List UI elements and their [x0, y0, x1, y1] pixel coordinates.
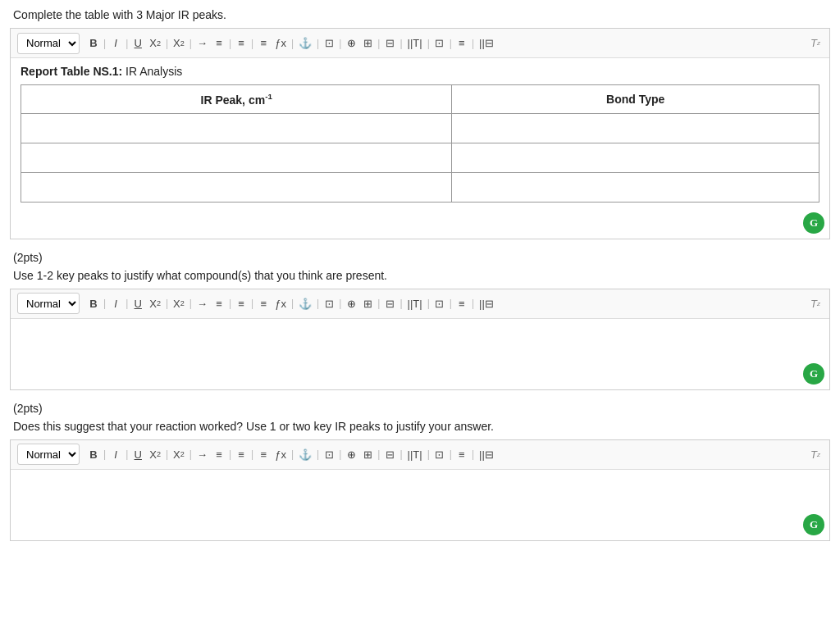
align-btn-1[interactable]: ≡: [256, 35, 271, 51]
link-btn-2[interactable]: ⊕: [344, 296, 358, 312]
table-format-2[interactable]: ⊟: [382, 296, 397, 312]
toolbar-2: Normal B | I | U X2 | X2 | → ≡ | ≡ |: [11, 289, 829, 319]
sep-1c: |: [166, 38, 168, 49]
sep-1j: |: [377, 38, 380, 49]
table-format-3[interactable]: ⊟: [382, 447, 397, 462]
italic-btn-3[interactable]: I: [108, 447, 123, 462]
fx-btn-3[interactable]: ƒx: [272, 447, 289, 462]
italic-btn-1[interactable]: I: [108, 35, 123, 51]
list-btn-3a[interactable]: ≡: [212, 447, 226, 462]
subscript-btn-1[interactable]: X2: [147, 35, 163, 51]
sep-1b: |: [126, 38, 128, 49]
style-select-2[interactable]: Normal: [17, 293, 80, 314]
grammarly-btn-2[interactable]: G: [803, 363, 824, 385]
table-format-1[interactable]: ⊟: [382, 35, 397, 51]
table-cell-ir-3[interactable]: [21, 172, 452, 202]
link-btn-1[interactable]: ⊕: [344, 35, 358, 51]
col-header-2: Bond Type: [452, 85, 819, 114]
underline-btn-2[interactable]: U: [130, 296, 145, 312]
sep-1h: |: [317, 38, 319, 49]
bold-btn-1[interactable]: B: [86, 35, 101, 51]
cols-btn-1[interactable]: ||T|: [405, 35, 425, 51]
image-btn-3[interactable]: ⊡: [322, 447, 336, 462]
pts-2: (2pts): [13, 402, 827, 415]
grammarly-area-1: G: [11, 209, 829, 239]
list-btn-1a[interactable]: ≡: [212, 35, 226, 51]
table-btn-1[interactable]: ⊞: [360, 35, 375, 51]
table-btn-2[interactable]: ⊞: [360, 296, 375, 312]
sep-1k: |: [399, 38, 402, 49]
toolbar-group-table-1: ⊞ | ⊟ | ||T| | ⊡ | ≡ | ||⊟: [360, 35, 495, 51]
grammarly-btn-3[interactable]: G: [803, 514, 824, 535]
italic-btn-2[interactable]: I: [108, 296, 123, 312]
table-cell-ir-1[interactable]: [21, 113, 452, 143]
align-btn-2[interactable]: ≡: [256, 296, 271, 312]
table-misc-1[interactable]: ||⊟: [477, 35, 496, 51]
question-2: Use 1-2 key peaks to justify what compou…: [10, 269, 830, 282]
toolbar-group-insert-3: ƒx | ⚓ | ⊡ | ⊕: [272, 447, 358, 462]
align-btn-3[interactable]: ≡: [256, 447, 271, 462]
table-row: [21, 113, 819, 143]
cols-btn-2[interactable]: ||T|: [405, 296, 425, 312]
bold-btn-3[interactable]: B: [86, 447, 101, 462]
table-misc-2[interactable]: ||⊟: [477, 296, 496, 312]
anchor-btn-3[interactable]: ⚓: [296, 447, 314, 462]
image-btn-1[interactable]: ⊡: [322, 35, 336, 51]
table-btn-3[interactable]: ⊞: [360, 447, 375, 462]
toolbar-group-script-3: X2 | X2 | →: [147, 447, 210, 462]
arrow-btn-2[interactable]: →: [194, 296, 210, 312]
bold-btn-2[interactable]: B: [86, 296, 101, 312]
sep-1a: |: [103, 38, 106, 49]
table-align-1[interactable]: ≡: [454, 35, 469, 51]
grammarly-btn-1[interactable]: G: [803, 212, 824, 234]
table-misc-3[interactable]: ||⊟: [477, 447, 496, 462]
underline-btn-3[interactable]: U: [130, 447, 145, 462]
image-btn-2[interactable]: ⊡: [322, 296, 336, 312]
arrow-btn-3[interactable]: →: [194, 447, 210, 462]
table-cell-bond-2[interactable]: [452, 143, 819, 172]
subscript-btn-3[interactable]: X2: [147, 447, 163, 462]
editor-body-3[interactable]: [11, 470, 829, 511]
clear-format-2[interactable]: Tz: [808, 296, 823, 312]
table-align-2[interactable]: ≡: [454, 296, 469, 312]
col-header-1: IR Peak, cm-1: [21, 85, 452, 114]
list-btn-1b[interactable]: ≡: [234, 35, 249, 51]
style-select-1[interactable]: Normal: [17, 33, 80, 54]
clear-format-3[interactable]: Tz: [808, 447, 823, 462]
style-select-3[interactable]: Normal: [17, 444, 80, 465]
clear-format-1[interactable]: Tz: [808, 35, 823, 51]
fx-btn-2[interactable]: ƒx: [272, 296, 289, 312]
list-btn-3b[interactable]: ≡: [234, 447, 249, 462]
list-btn-2a[interactable]: ≡: [212, 296, 226, 312]
toolbar-group-list-2: ≡ | ≡ | ≡: [212, 296, 271, 312]
table-cell-bond-1[interactable]: [452, 113, 819, 143]
rows-btn-3[interactable]: ⊡: [432, 447, 447, 462]
link-btn-3[interactable]: ⊕: [344, 447, 358, 462]
superscript-btn-3[interactable]: X2: [171, 447, 187, 462]
editor-body-2[interactable]: [11, 319, 829, 360]
anchor-btn-1[interactable]: ⚓: [296, 35, 314, 51]
superscript-btn-2[interactable]: X2: [171, 296, 187, 312]
rows-btn-1[interactable]: ⊡: [432, 35, 447, 51]
sep-1e: |: [229, 38, 231, 49]
table-cell-bond-3[interactable]: [452, 172, 819, 202]
arrow-btn-1[interactable]: →: [194, 35, 210, 51]
cols-btn-3[interactable]: ||T|: [405, 447, 425, 462]
instruction-1: Complete the table with 3 Major IR peaks…: [10, 8, 830, 21]
pts-1: (2pts): [13, 251, 827, 264]
col1-text: IR Peak, cm: [201, 93, 266, 107]
grammarly-area-3: G: [11, 511, 829, 540]
underline-btn-1[interactable]: U: [130, 35, 145, 51]
col1-sup: -1: [265, 92, 272, 101]
toolbar-group-list-3: ≡ | ≡ | ≡: [212, 447, 271, 462]
rows-btn-2[interactable]: ⊡: [432, 296, 447, 312]
anchor-btn-2[interactable]: ⚓: [296, 296, 314, 312]
table-cell-ir-2[interactable]: [21, 143, 452, 172]
superscript-btn-1[interactable]: X2: [171, 35, 187, 51]
list-btn-2b[interactable]: ≡: [234, 296, 249, 312]
table-align-3[interactable]: ≡: [454, 447, 469, 462]
subscript-btn-2[interactable]: X2: [147, 296, 163, 312]
toolbar-group-format-1: B | I | U: [86, 35, 145, 51]
toolbar-3: Normal B | I | U X2 | X2 | → ≡ | ≡ |: [11, 440, 829, 470]
fx-btn-1[interactable]: ƒx: [272, 35, 289, 51]
